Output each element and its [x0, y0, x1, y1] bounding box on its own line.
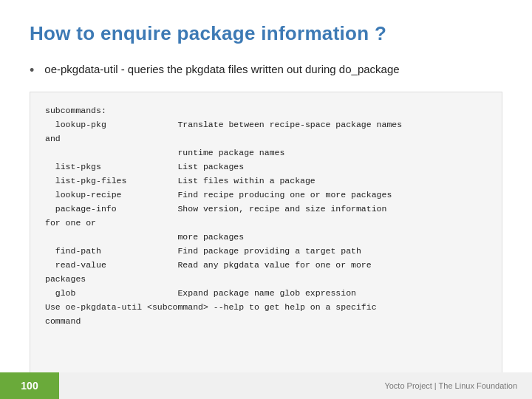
- footer-brand-area: Yocto Project | The Linux Foundation: [59, 372, 532, 399]
- brand-text: Yocto Project | The Linux Foundation: [384, 381, 517, 390]
- bullet-text: oe-pkgdata-util - queries the pkgdata fi…: [44, 63, 399, 75]
- slide-title: How to enquire package information ?: [30, 22, 502, 45]
- bullet-dot: •: [30, 63, 34, 78]
- code-block: subcommands: lookup-pkg Translate betwee…: [30, 92, 502, 384]
- bullet-item: • oe-pkgdata-util - queries the pkgdata …: [30, 63, 502, 78]
- page-number: 100: [21, 380, 38, 392]
- slide: How to enquire package information ? • o…: [0, 0, 532, 399]
- footer: 100 Yocto Project | The Linux Foundation: [0, 372, 532, 399]
- footer-page-area: 100: [0, 372, 59, 399]
